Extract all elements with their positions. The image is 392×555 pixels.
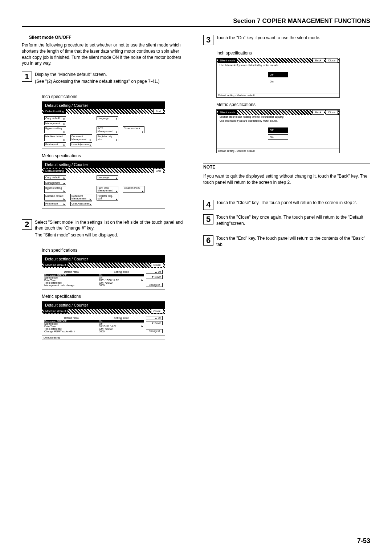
inch-spec-label: Inch specifications xyxy=(42,94,189,99)
list-row-selected[interactable]: Key sound ON/OFFOn xyxy=(44,274,144,276)
tab-management[interactable]: Management xyxy=(44,181,66,185)
step-2-line-a: Select "Silent mode" in the settings lis… xyxy=(35,219,189,232)
close-button[interactable]: Close xyxy=(326,58,338,63)
default-setting-panel-metric-1: Default setting / Counter Default settin… xyxy=(42,161,165,208)
breadcrumb-chip[interactable]: Machine default xyxy=(44,309,68,313)
tab-management[interactable]: Management xyxy=(44,121,66,125)
column-header-mode: Setting mode xyxy=(99,270,144,274)
list-row[interactable]: Time differenceGMT+08:00 xyxy=(44,281,144,284)
silent-message: Use this mode if you are distracted by m… xyxy=(220,64,339,67)
step-6-text: Touch the "End" key. The touch panel wil… xyxy=(216,235,370,248)
list-row[interactable]: Date/Time2001/10/30 14:02✿ xyxy=(44,279,144,281)
step-number-box: 3 xyxy=(203,35,213,45)
off-button[interactable]: Off xyxy=(268,127,288,133)
step-2: 2 Select "Silent mode" in the settings l… xyxy=(22,219,189,243)
step-1-line-a: Display the "Machine default" screen. xyxy=(35,72,159,78)
step-5: 5 Touch the "Close" key once again. The … xyxy=(203,214,370,232)
list-row[interactable]: Time differenceGMT+08:00 xyxy=(44,328,144,330)
tab-doc-mgmt[interactable]: Document Management xyxy=(70,134,92,141)
tab-register[interactable]: Register orig. size xyxy=(97,134,118,141)
tab-copy-default[interactable]: Copy default xyxy=(44,116,66,120)
metric-spec-label: Metric specifications xyxy=(42,153,189,158)
silent-chip[interactable]: Silent mode xyxy=(218,110,237,115)
up-button[interactable]: ▲ Up xyxy=(146,316,163,320)
tab-print-report[interactable]: Print report xyxy=(44,142,66,146)
end-button[interactable]: End xyxy=(153,169,163,173)
step-2-line-b: The "Silent mode" screen will be display… xyxy=(35,232,189,238)
inch-spec-label-2: Inch specifications xyxy=(42,248,189,253)
breadcrumb-chip[interactable]: Default setting xyxy=(44,169,66,173)
column-header-menu: Default menu xyxy=(44,270,99,274)
tab-bypass[interactable]: Bypass setting xyxy=(44,186,66,193)
step-3: 3 Touch the "On" key if you want to use … xyxy=(203,35,370,46)
note-divider: NOTE xyxy=(203,163,370,171)
machine-default-panel-inch: Default setting / Counter Machine defaul… xyxy=(42,255,165,289)
tab-copy-default[interactable]: Copy default xyxy=(44,175,66,179)
change-button[interactable]: Change # xyxy=(146,283,163,287)
list-row[interactable]: Silent modeOff xyxy=(44,323,144,325)
column-header-menu: Default menu xyxy=(44,316,99,320)
left-column: Silent mode ON/OFF Perform the following… xyxy=(22,35,189,344)
right-column: 3 Touch the "On" key if you want to use … xyxy=(203,35,370,344)
metric-spec-label-r: Metric specifications xyxy=(216,102,370,107)
list-row[interactable]: Date/Time30/10/'01 14:02✿ xyxy=(44,325,144,328)
default-setting-panel-inch-1: Default setting / Counter Default settin… xyxy=(42,101,165,149)
back-button[interactable]: Back xyxy=(313,110,324,115)
tab-box-mgmt[interactable]: BOX Management xyxy=(97,126,118,133)
list-row[interactable]: Silent modeOn xyxy=(44,276,144,279)
close-button[interactable]: Close xyxy=(151,263,163,267)
panel-title: Default setting / Counter xyxy=(42,102,165,109)
change-button[interactable]: Change # xyxy=(146,329,163,333)
tab-doc-mgmt[interactable]: Document Management xyxy=(70,194,92,201)
step-4: 4 Touch the "Close" key. The touch panel… xyxy=(203,200,370,211)
machine-default-panel-metric: Default setting / Counter Machine defaul… xyxy=(42,301,165,340)
tab-user-adj[interactable]: User Adjustment xyxy=(70,142,92,146)
note-text: If you want to quit the displayed settin… xyxy=(203,173,370,186)
tab-user-adj[interactable]: User Adjustment xyxy=(70,202,92,206)
tab-register[interactable]: Register orig. size xyxy=(97,194,118,201)
off-button[interactable]: Off xyxy=(268,72,288,77)
list-row-selected[interactable]: Key sound ON/OFFOn xyxy=(44,320,144,323)
close-button[interactable]: Close xyxy=(326,110,338,115)
tab-print-report[interactable]: Print report xyxy=(44,202,66,206)
on-button[interactable]: On xyxy=(268,79,288,84)
column-header-mode: Setting mode xyxy=(99,316,144,320)
panel-title: Default setting / Counter xyxy=(42,161,165,168)
tab-hdd-mgmt[interactable]: Hard Disk Management xyxy=(97,186,118,193)
step-5-text: Touch the "Close" key once again. The to… xyxy=(216,214,370,227)
tab-machine-default[interactable]: Machine default xyxy=(44,134,66,141)
down-button[interactable]: ▼ Down xyxy=(146,275,163,279)
back-button[interactable]: Back xyxy=(313,58,324,63)
inch-spec-label-r: Inch specifications xyxy=(216,50,370,56)
panel-footer: Default setting xyxy=(42,335,165,340)
up-button[interactable]: ▲ Up xyxy=(146,270,163,274)
list-row[interactable]: Change MGMT code with #5000 xyxy=(44,330,144,333)
end-button[interactable]: End xyxy=(153,109,163,114)
silent-mode-panel-metric: Silent mode Back Close Shorten laser mot… xyxy=(216,109,340,153)
note-label: NOTE xyxy=(203,165,215,170)
silent-message-1: Shorten laser motor rotating time for be… xyxy=(220,116,339,118)
down-button[interactable]: ▼ Down xyxy=(146,321,163,325)
silent-message-2: Use this mode if you are distracted by m… xyxy=(220,119,339,122)
close-button[interactable]: Close xyxy=(151,309,163,313)
silent-chip[interactable]: Silent mode xyxy=(218,58,237,63)
on-button[interactable]: On xyxy=(268,134,288,140)
tab-counter[interactable]: Counter check xyxy=(123,126,144,133)
page-number: 7-53 xyxy=(357,537,370,545)
tab-machine-default[interactable]: Machine default xyxy=(44,194,66,201)
tab-counter[interactable]: Counter check xyxy=(123,186,144,193)
tab-bypass[interactable]: Bypass setting xyxy=(44,126,66,133)
step-6: 6 Touch the "End" key. The touch panel w… xyxy=(203,235,370,253)
breadcrumb-chip[interactable]: Machine default xyxy=(44,263,68,267)
breadcrumb-chip[interactable]: Default setting xyxy=(44,109,66,114)
list-row[interactable]: Management code change5000 xyxy=(44,284,144,287)
step-number-box: 5 xyxy=(203,214,213,224)
step-3-text: Touch the "On" key if you want to use th… xyxy=(216,35,320,41)
tab-language[interactable]: Language xyxy=(97,116,118,120)
intro-paragraph: Perform the following procedure to set w… xyxy=(22,42,189,66)
metric-spec-label-2: Metric specifications xyxy=(42,294,189,299)
step-1-line-b: (See "(2) Accessing the machine default … xyxy=(35,78,159,85)
step-number-box: 4 xyxy=(203,200,213,210)
section-heading: Silent mode ON/OFF xyxy=(29,35,189,40)
tab-language[interactable]: Language xyxy=(97,175,118,179)
